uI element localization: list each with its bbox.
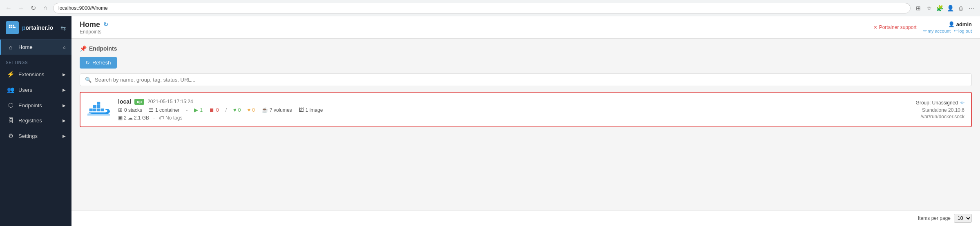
endpoint-card[interactable]: local up 2021-05-15 17:15:24 ⊞ 0 stacks … xyxy=(80,92,972,127)
docker-logo-svg xyxy=(87,101,111,118)
admin-name: 👤 admin xyxy=(948,21,972,27)
registries-icon: 🗄 xyxy=(7,117,14,124)
endpoint-info: local up 2021-05-15 17:15:24 ⊞ 0 stacks … xyxy=(118,98,909,121)
admin-links: ✏ my account ↩ log out xyxy=(923,28,972,33)
grid-icon[interactable]: ⊞ xyxy=(914,4,923,13)
endpoint-stats: ⊞ 0 stacks ☰ 1 container - ▶ 1 xyxy=(118,107,909,113)
log-out-link[interactable]: ↩ log out xyxy=(954,28,972,33)
socket-info: /var/run/docker.sock xyxy=(916,114,964,120)
edit-group-icon[interactable]: ✏ xyxy=(960,100,964,106)
container-value: 1 container xyxy=(155,107,179,113)
registries-arrow-icon: ▶ xyxy=(63,118,66,123)
page-content: 📌 Endpoints ↻ Refresh 🔍 xyxy=(71,39,980,210)
endpoint-meta: ▣ 2 ☁ 2.1 GB - 🏷 No tags xyxy=(118,115,909,121)
container-stat: ☰ 1 container xyxy=(149,107,179,113)
svg-rect-2 xyxy=(97,109,100,111)
reload-button[interactable]: ↻ xyxy=(29,4,38,13)
forward-button[interactable]: → xyxy=(16,4,25,13)
tags-value: No tags xyxy=(165,115,182,121)
cpu-icon: ▣ xyxy=(118,115,123,121)
stacks-stat: ⊞ 0 stacks xyxy=(118,107,142,113)
logo-icon xyxy=(6,21,19,34)
home-button[interactable]: ⌂ xyxy=(41,4,50,13)
stat-separator-2: / xyxy=(225,107,227,113)
sidebar-item-settings-label: Settings xyxy=(18,133,38,139)
memory-info: ▣ 2 ☁ 2.1 GB xyxy=(118,115,149,121)
pin-icon: 📌 xyxy=(80,45,87,52)
healthy-icon: ♥ xyxy=(233,107,237,113)
more-icon[interactable]: ⋯ xyxy=(967,4,976,13)
sidebar-item-endpoints[interactable]: ⬡ Endpoints ▶ xyxy=(0,97,71,113)
svg-rect-0 xyxy=(89,109,93,111)
users-arrow-icon: ▶ xyxy=(63,88,66,92)
sidebar-item-home[interactable]: ⌂ Home ⌂ xyxy=(0,40,71,55)
sidebar-item-extensions[interactable]: ⚡ Extensions ▶ xyxy=(0,66,71,82)
support-x-icon: ✕ xyxy=(873,24,877,30)
endpoint-name-row: local up 2021-05-15 17:15:24 xyxy=(118,98,909,105)
admin-section: 👤 admin ✏ my account ↩ log out xyxy=(923,21,972,33)
search-input[interactable] xyxy=(95,77,967,83)
profile-icon[interactable]: 👤 xyxy=(946,4,955,13)
page-footer: Items per page 10 25 50 xyxy=(71,210,980,226)
svg-rect-3 xyxy=(93,105,96,108)
refresh-button[interactable]: ↻ Refresh xyxy=(80,57,117,69)
settings-arrow-icon: ▶ xyxy=(63,134,66,138)
volumes-stat: ☕ 7 volumes xyxy=(261,107,292,113)
sidebar-logo: portainer.io ⇆ xyxy=(0,16,71,40)
browser-chrome: ← → ↻ ⌂ localhost:9000/#/home ⊞ ☆ 🧩 👤 ⎙ … xyxy=(0,0,980,16)
endpoint-name[interactable]: local xyxy=(118,98,131,105)
endpoints-arrow-icon: ▶ xyxy=(63,103,66,108)
endpoint-status-badge: up xyxy=(134,99,144,105)
svg-rect-6 xyxy=(100,109,104,111)
items-per-page-label: Items per page xyxy=(918,215,951,221)
volumes-value: 7 volumes xyxy=(270,107,292,113)
address-bar[interactable]: localhost:9000/#/home xyxy=(53,3,911,13)
browser-actions: ⊞ ☆ 🧩 👤 ⎙ ⋯ xyxy=(914,4,976,13)
admin-label: admin xyxy=(956,21,972,27)
extensions-icon[interactable]: 🧩 xyxy=(935,4,944,13)
sidebar-item-extensions-label: Extensions xyxy=(18,71,45,78)
settings-section-label: SETTINGS xyxy=(0,55,71,66)
memory-icon: ☁ xyxy=(128,115,133,121)
endpoints-section-title: Endpoints xyxy=(89,45,117,52)
group-info: Group: Unassigned ✏ xyxy=(916,100,964,106)
title-refresh-icon[interactable]: ↻ xyxy=(103,21,108,28)
healthy-stat: ♥ 0 xyxy=(233,107,241,113)
sidebar-item-endpoints-label: Endpoints xyxy=(18,102,42,109)
endpoints-section-header: 📌 Endpoints xyxy=(80,45,972,52)
log-out-icon: ↩ xyxy=(954,28,958,33)
share-icon[interactable]: ⎙ xyxy=(956,4,965,13)
sidebar-item-users[interactable]: 👥 Users ▶ xyxy=(0,82,71,97)
users-icon: 👥 xyxy=(7,86,14,93)
header-right: ✕ Portainer support 👤 admin ✏ my account xyxy=(873,21,972,33)
portainer-support-link[interactable]: ✕ Portainer support xyxy=(873,24,917,30)
healthy-value: 0 xyxy=(238,107,241,113)
images-value: 1 image xyxy=(306,107,323,113)
logo-text: portainer.io xyxy=(22,24,53,31)
tag-icon: 🏷 xyxy=(159,115,164,121)
star-icon[interactable]: ☆ xyxy=(924,4,933,13)
sidebar-item-settings[interactable]: ⚙ Settings ▶ xyxy=(0,128,71,144)
stacks-value: 0 stacks xyxy=(124,107,142,113)
stopped-value: 0 xyxy=(216,107,219,113)
extensions-arrow-icon: ▶ xyxy=(63,72,66,77)
settings-icon: ⚙ xyxy=(7,132,14,140)
page-subtitle: Endpoints xyxy=(80,29,108,35)
unhealthy-stat: ♥ 0 xyxy=(248,107,255,113)
stopped-icon: ⏹ xyxy=(209,107,214,113)
items-per-page-select[interactable]: 10 25 50 xyxy=(954,214,972,223)
svg-rect-5 xyxy=(97,102,100,104)
running-stat: ▶ 1 xyxy=(194,107,203,113)
back-button[interactable]: ← xyxy=(4,4,13,13)
sidebar-switch-button[interactable]: ⇆ xyxy=(60,24,66,32)
docker-logo-container xyxy=(87,100,112,119)
endpoint-right-info: Group: Unassigned ✏ Standalone 20.10.6 /… xyxy=(916,98,964,120)
search-icon: 🔍 xyxy=(85,77,92,83)
svg-rect-4 xyxy=(97,105,100,108)
page-title: Home ↻ xyxy=(80,20,108,29)
my-account-link[interactable]: ✏ my account xyxy=(923,28,951,33)
meta-separator: - xyxy=(153,115,155,121)
version-info: Standalone 20.10.6 xyxy=(916,107,964,113)
endpoints-icon: ⬡ xyxy=(7,102,14,109)
sidebar-item-registries[interactable]: 🗄 Registries ▶ xyxy=(0,113,71,128)
